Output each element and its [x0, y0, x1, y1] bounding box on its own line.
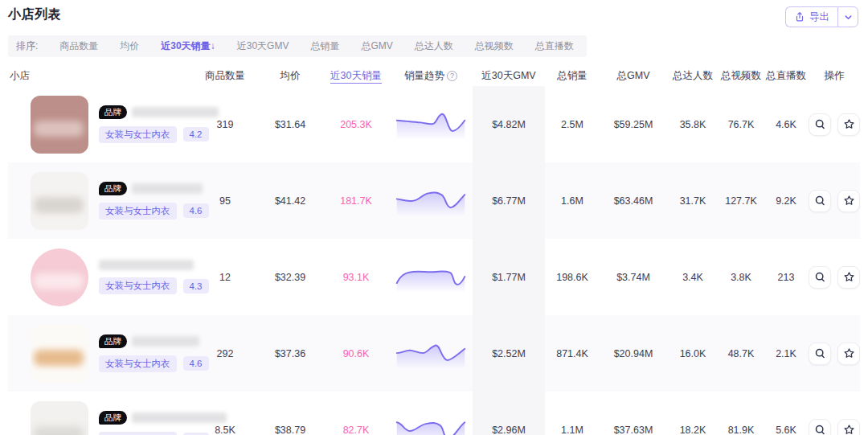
total-videos-value: 76.7K — [719, 119, 764, 130]
sales-30d-value: 181.7K — [323, 195, 389, 207]
actions-cell — [809, 113, 860, 136]
shop-cell: 品牌 女装与女士内衣 4.3 — [8, 248, 193, 306]
avg-price-value: $38.79 — [257, 425, 323, 435]
total-creators-value: 3.4K — [667, 272, 719, 283]
total-lives-value: 9.2K — [764, 195, 809, 207]
sales-trend-sparkline — [389, 109, 473, 141]
export-button[interactable]: 导出 — [785, 6, 837, 27]
shop-cell: 品牌 女装与女士内衣 4.2 — [8, 96, 193, 154]
gmv-30d-value: $6.77M — [473, 162, 545, 239]
shop-avatar[interactable] — [31, 401, 88, 435]
total-sales-value: 2.5M — [545, 119, 600, 130]
shop-name-line: 品牌 — [99, 260, 209, 270]
sort-item-total-videos[interactable]: 总视频数 — [475, 39, 514, 53]
sort-item-total-creators[interactable]: 总达人数 — [415, 39, 453, 53]
column-header-total-sales[interactable]: 总销量 — [545, 69, 600, 83]
shop-name-redacted[interactable] — [99, 260, 194, 270]
inspect-shop-button[interactable] — [809, 266, 831, 289]
products-value: 8.5K — [193, 425, 257, 435]
total-gmv-value: $20.94M — [600, 348, 667, 359]
table-row[interactable]: 品牌 女装与女士内衣 4.2 319 $31.64 205.3K $4.82M … — [8, 86, 860, 162]
actions-cell — [809, 419, 860, 435]
inspect-shop-button[interactable] — [809, 419, 831, 435]
table-header-row: 小店 商品数量 均价 近30天销量 销量趋势? 近30天GMV 总销量 总GMV… — [8, 65, 860, 86]
total-sales-value: 871.4K — [545, 348, 600, 359]
shop-name-redacted[interactable] — [132, 412, 227, 423]
inspect-shop-button[interactable] — [809, 343, 831, 365]
favorite-shop-button[interactable] — [837, 266, 860, 289]
top-bar: 小店列表 导出 — [0, 0, 868, 27]
shop-avatar[interactable] — [31, 248, 88, 306]
sort-item-total-lives[interactable]: 总直播数 — [535, 39, 574, 53]
category-tag: 女装与女士内衣 — [99, 203, 177, 220]
brand-badge: 品牌 — [99, 182, 127, 195]
avatar-smudge — [34, 197, 84, 213]
sort-item-gmv-30d[interactable]: 近30天GMV — [237, 39, 289, 53]
shop-table: 小店 商品数量 均价 近30天销量 销量趋势? 近30天GMV 总销量 总GMV… — [0, 65, 868, 435]
favorite-shop-button[interactable] — [837, 113, 860, 136]
shop-avatar[interactable] — [31, 96, 88, 154]
column-header-total-videos[interactable]: 总视频数 — [719, 69, 764, 83]
sales-trend-sparkline — [389, 261, 473, 293]
shop-name-redacted[interactable] — [132, 336, 199, 347]
column-header-total-lives[interactable]: 总直播数 — [764, 69, 809, 83]
search-icon — [814, 118, 826, 130]
column-header-total-creators[interactable]: 总达人数 — [667, 69, 719, 83]
sort-item-products[interactable]: 商品数量 — [59, 39, 98, 53]
favorite-shop-button[interactable] — [837, 343, 860, 365]
column-header-products[interactable]: 商品数量 — [193, 69, 257, 83]
favorite-shop-button[interactable] — [837, 419, 860, 435]
column-header-shop[interactable]: 小店 — [8, 69, 193, 83]
search-icon — [814, 347, 826, 359]
star-icon — [843, 271, 855, 283]
table-row[interactable]: 品牌 女装与女士内衣 4.3 12 $32.39 93.1K $1.77M 19… — [8, 239, 860, 315]
sales-trend-sparkline — [389, 185, 473, 217]
inspect-shop-button[interactable] — [809, 113, 831, 136]
sort-item-sales-30d[interactable]: 近30天销量↓ — [161, 39, 215, 53]
shop-avatar[interactable] — [31, 325, 88, 383]
shop-name-line: 品牌 — [99, 411, 227, 425]
avatar-smudge — [34, 273, 84, 289]
sort-item-total-sales[interactable]: 总销量 — [310, 39, 339, 53]
actions-cell — [809, 266, 860, 289]
search-icon — [814, 424, 826, 435]
table-row[interactable]: 品牌 女装与女士内衣 4.5 8.5K $38.79 82.7K $2.96M … — [8, 392, 860, 435]
sort-item-total-gmv[interactable]: 总GMV — [361, 39, 392, 53]
sales-30d-value: 93.1K — [323, 272, 389, 283]
export-dropdown-button[interactable] — [837, 6, 858, 27]
total-creators-value: 31.7K — [667, 195, 719, 207]
actions-cell — [809, 190, 860, 212]
column-header-sales-30d[interactable]: 近30天销量 — [323, 69, 389, 83]
sort-item-avg-price[interactable]: 均价 — [120, 39, 139, 53]
help-icon[interactable]: ? — [447, 71, 457, 81]
table-row[interactable]: 品牌 女装与女士内衣 4.6 95 $41.42 181.7K $6.77M 1… — [8, 162, 860, 239]
gmv-30d-value: $1.77M — [473, 239, 545, 315]
table-row[interactable]: 品牌 女装与女士内衣 4.6 292 $37.36 90.6K $2.52M 8… — [8, 315, 860, 392]
total-lives-value: 2.1K — [764, 348, 809, 359]
column-header-total-gmv[interactable]: 总GMV — [600, 69, 667, 83]
column-header-trend[interactable]: 销量趋势? — [389, 69, 473, 83]
star-icon — [843, 118, 855, 130]
inspect-shop-button[interactable] — [809, 190, 831, 212]
star-icon — [843, 424, 855, 435]
shop-name-redacted[interactable] — [132, 183, 203, 194]
export-button-label: 导出 — [809, 10, 829, 24]
avg-price-value: $31.64 — [257, 119, 323, 130]
search-icon — [814, 271, 826, 283]
shop-cell: 品牌 女装与女士内衣 4.5 — [8, 401, 193, 435]
gmv-30d-value: $2.96M — [473, 392, 545, 435]
column-header-gmv-30d[interactable]: 近30天GMV — [473, 69, 545, 83]
actions-cell — [809, 343, 860, 365]
shop-avatar[interactable] — [31, 172, 88, 230]
category-tag: 女装与女士内衣 — [99, 432, 177, 435]
total-creators-value: 16.0K — [667, 348, 719, 359]
column-header-actions: 操作 — [809, 69, 860, 83]
export-split-button: 导出 — [785, 6, 858, 27]
shop-name-line: 品牌 — [99, 105, 219, 119]
sales-30d-value: 82.7K — [323, 425, 389, 435]
total-sales-value: 198.6K — [545, 272, 600, 283]
shop-name-redacted[interactable] — [132, 107, 219, 117]
column-header-avg-price[interactable]: 均价 — [257, 69, 323, 83]
favorite-shop-button[interactable] — [837, 190, 860, 212]
shop-name-line: 品牌 — [99, 334, 209, 348]
